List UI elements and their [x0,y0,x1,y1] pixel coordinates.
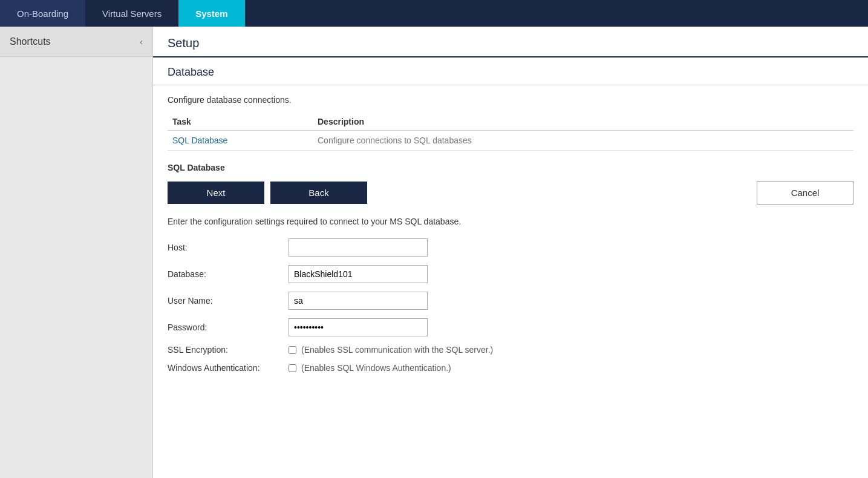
task-desc: Configure connections to SQL databases [313,131,853,151]
username-label: User Name: [168,296,289,306]
password-input[interactable] [289,318,428,336]
info-text: Enter the configuration settings require… [168,217,853,226]
button-row: Next Back Cancel [168,181,853,205]
ssl-checkbox[interactable] [289,346,296,354]
nav-system[interactable]: System [178,0,244,27]
windows-auth-label: Windows Authentication: [168,363,289,373]
database-title: Database [168,66,853,79]
sql-section-title: SQL Database [168,163,853,172]
description-text: Configure database connections. [168,95,853,105]
task-name: SQL Database [168,131,313,151]
windows-auth-checkbox-group: (Enables SQL Windows Authentication.) [289,363,451,373]
top-nav: On-Boarding Virtual Servers System [0,0,868,27]
sidebar-collapse-icon[interactable]: ‹ [140,37,143,47]
col-description: Description [313,113,853,131]
sidebar-title: Shortcuts [10,36,51,47]
host-input[interactable] [289,238,428,257]
sidebar-header: Shortcuts ‹ [0,27,152,57]
password-field-group: Password: [168,318,853,336]
database-label: Database: [168,269,289,279]
setup-title: Setup [168,36,853,50]
back-button[interactable]: Back [270,182,367,204]
setup-header: Setup [153,27,868,57]
windows-auth-checkbox[interactable] [289,364,296,372]
host-label: Host: [168,243,289,252]
table-row: SQL Database Configure connections to SQ… [168,131,853,151]
username-input[interactable] [289,292,428,310]
ssl-field-group: SSL Encryption: (Enables SSL communicati… [168,345,853,355]
main-content: Setup Database Configure database connec… [153,27,868,478]
section-body: Configure database connections. Task Des… [153,85,868,391]
col-task: Task [168,113,313,131]
windows-auth-field-group: Windows Authentication: (Enables SQL Win… [168,363,853,373]
username-field-group: User Name: [168,292,853,310]
nav-onboarding[interactable]: On-Boarding [0,0,85,27]
database-input[interactable] [289,265,428,283]
next-button[interactable]: Next [168,182,264,204]
button-left: Next Back [168,182,367,204]
host-field-group: Host: [168,238,853,257]
ssl-checkbox-group: (Enables SSL communication with the SQL … [289,345,493,355]
ssl-label: SSL Encryption: [168,345,289,355]
layout: Shortcuts ‹ Setup Database Configure dat… [0,27,868,478]
nav-virtual-servers[interactable]: Virtual Servers [85,0,178,27]
task-table: Task Description SQL Database Configure … [168,113,853,151]
database-field-group: Database: [168,265,853,283]
database-header: Database [153,57,868,85]
cancel-button[interactable]: Cancel [757,181,853,205]
password-label: Password: [168,322,289,332]
windows-auth-desc: (Enables SQL Windows Authentication.) [301,363,451,373]
sidebar: Shortcuts ‹ [0,27,153,478]
ssl-desc: (Enables SSL communication with the SQL … [301,345,493,355]
